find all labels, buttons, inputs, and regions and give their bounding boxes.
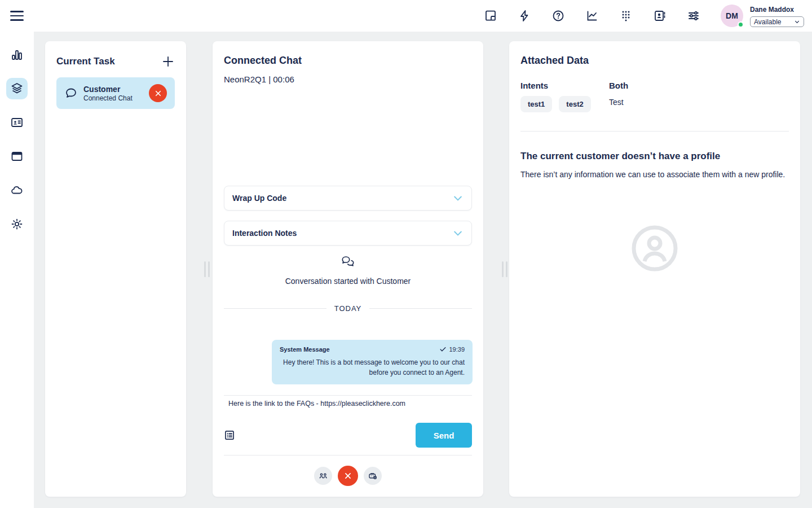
chevron-down-icon <box>452 192 464 204</box>
task-card-customer[interactable]: Customer Connected Chat <box>56 77 175 109</box>
current-task-panel: Current Task Customer Connected Chat <box>45 41 186 497</box>
hamburger-menu-icon[interactable] <box>10 11 24 21</box>
system-message-bubble: System Message 19:39 Hey there! This is … <box>272 340 473 384</box>
avatar-initials: DM <box>726 11 738 20</box>
avatar[interactable]: DM <box>721 5 743 27</box>
attached-data-title: Attached Data <box>520 55 589 67</box>
intent-tag: test1 <box>520 96 552 112</box>
bar-chart-icon[interactable] <box>6 44 28 65</box>
task-subtitle: Connected Chat <box>83 94 149 102</box>
close-icon <box>344 472 352 480</box>
profile-placeholder-icon <box>631 225 678 272</box>
chat-bubble-icon <box>64 86 78 100</box>
help-icon[interactable] <box>551 9 565 23</box>
intents-label: Intents <box>520 81 548 90</box>
user-name: Dane Maddox <box>750 6 804 14</box>
chat-message-input[interactable]: Here is the link to the FAQs - https://p… <box>228 400 456 423</box>
user-block: DM Dane Maddox Available <box>721 5 804 27</box>
delivered-check-icon <box>439 345 447 353</box>
panel-resize-handle-left[interactable] <box>204 261 210 277</box>
bot-icon[interactable] <box>364 467 382 485</box>
lightning-icon[interactable] <box>518 9 531 23</box>
intent-tag: test2 <box>559 96 590 112</box>
day-divider-label: TODAY <box>326 304 370 313</box>
interaction-notes-accordion[interactable]: Interaction Notes <box>224 221 472 246</box>
message-time: 19:39 <box>449 346 465 353</box>
divider <box>520 131 789 132</box>
browser-icon[interactable] <box>6 146 28 167</box>
conversation-started-text: Conversation started with Customer <box>213 277 483 286</box>
sliders-icon[interactable] <box>687 9 700 23</box>
contacts-icon[interactable] <box>653 9 667 23</box>
no-profile-title: The current customer doesn’t have a prof… <box>520 151 720 162</box>
connected-chat-panel: Connected Chat NeonR2Q1 | 00:06 Wrap Up … <box>213 41 483 497</box>
chat-session-timer: NeonR2Q1 | 00:06 <box>224 75 294 84</box>
day-divider: TODAY <box>224 304 472 313</box>
chat-title: Connected Chat <box>224 55 302 67</box>
transfer-people-icon[interactable] <box>314 467 332 485</box>
close-icon <box>155 90 162 97</box>
chevron-down-icon <box>452 227 464 239</box>
attached-data-panel: Attached Data Intents Both test1 test2 T… <box>509 41 800 497</box>
interaction-notes-label: Interaction Notes <box>232 229 297 238</box>
end-chat-button[interactable] <box>338 466 358 486</box>
status-value: Available <box>754 18 781 26</box>
both-label: Both <box>609 81 628 90</box>
current-task-title: Current Task <box>56 56 115 67</box>
chevron-down-icon <box>794 19 800 25</box>
message-text: Hey there! This is a bot message to welc… <box>280 357 465 378</box>
note-icon[interactable] <box>484 9 497 23</box>
task-name: Customer <box>83 85 149 94</box>
wrap-up-code-accordion[interactable]: Wrap Up Code <box>224 186 472 211</box>
top-bar: DM Dane Maddox Available <box>0 0 812 32</box>
conversation-bubbles-icon <box>213 255 483 270</box>
panel-resize-handle-right[interactable] <box>502 261 508 277</box>
workspace: Current Task Customer Connected Chat Con… <box>34 32 812 508</box>
send-button[interactable]: Send <box>416 423 472 448</box>
intents-tags: test1 test2 <box>520 96 598 112</box>
message-sender: System Message <box>280 346 330 353</box>
dialpad-icon[interactable] <box>619 9 633 23</box>
canned-responses-icon[interactable] <box>224 430 235 441</box>
cloud-icon[interactable] <box>6 179 28 201</box>
wrap-up-code-label: Wrap Up Code <box>232 194 286 203</box>
gear-icon[interactable] <box>6 213 28 235</box>
add-task-button[interactable] <box>161 55 175 68</box>
presence-dot <box>738 21 744 28</box>
left-rail <box>0 32 34 508</box>
divider <box>224 455 472 456</box>
call-controls <box>213 465 483 487</box>
close-task-button[interactable] <box>149 84 167 102</box>
status-select[interactable]: Available <box>750 16 804 27</box>
divider <box>224 395 472 396</box>
id-card-icon[interactable] <box>6 112 28 133</box>
no-profile-text: There isn’t any information we can use t… <box>520 169 787 181</box>
plus-icon <box>161 55 175 68</box>
both-value: Test <box>609 98 624 107</box>
analytics-icon[interactable] <box>585 9 599 23</box>
interactions-layers-icon[interactable] <box>6 78 28 99</box>
